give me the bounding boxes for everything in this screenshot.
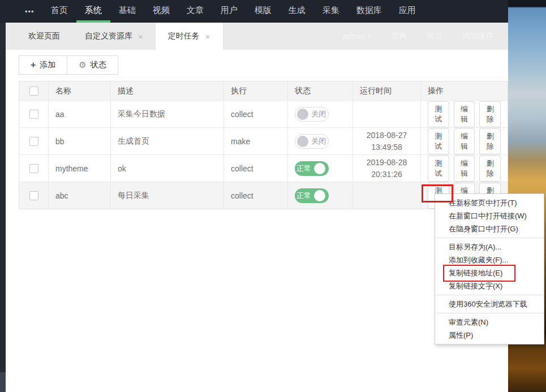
col-name: 名称 [49, 81, 111, 100]
task-runtime: 2018-08-27 13:49:58 [353, 128, 421, 154]
status-toggle[interactable]: 关闭 [295, 134, 329, 149]
nav-item-home[interactable]: 首页 [42, 0, 76, 23]
more-icon[interactable]: ••• [0, 0, 42, 23]
status-toggle[interactable]: 关闭 [295, 107, 329, 122]
select-all-checkbox[interactable] [29, 87, 38, 96]
context-menu-item-open-new-window[interactable]: 在新窗口中打开链接(W) [435, 209, 544, 222]
nav-item-database[interactable]: 数据库 [348, 0, 390, 23]
test-button[interactable]: 测试 [428, 128, 449, 154]
gear-icon: ⚙ [79, 60, 86, 70]
top-navbar: ••• 首页 系统 基础 视频 文章 用户 模版 生成 采集 数据库 应用 [0, 0, 508, 23]
nav-item-system[interactable]: 系统 [76, 0, 110, 23]
context-menu: 在新标签页中打开(T) 在新窗口中打开链接(W) 在隐身窗口中打开(G) 目标另… [435, 193, 544, 344]
toggle-knob [297, 136, 308, 147]
link-frontend[interactable]: 前台 [427, 31, 442, 41]
runtime-time: 13:49:58 [371, 141, 402, 153]
context-menu-item-save-target-as[interactable]: 目标另存为(A)... [435, 240, 544, 253]
add-button[interactable]: + 添加 [19, 55, 67, 75]
col-runtime: 运行时间 [353, 81, 421, 100]
task-desc: 采集今日数据 [111, 101, 224, 127]
tab-label: 自定义资源库 [85, 31, 132, 41]
task-desc: ok [111, 155, 224, 182]
nav-item-user[interactable]: 用户 [212, 0, 246, 23]
nav-item-article[interactable]: 文章 [178, 0, 212, 23]
task-exec: collect [224, 101, 288, 127]
nav-item-collect[interactable]: 采集 [314, 0, 348, 23]
nav-items: 首页 系统 基础 视频 文章 用户 模版 生成 采集 数据库 应用 [42, 0, 424, 23]
user-bar: admin ▼ 官网 前台 清除缓存 [343, 23, 493, 50]
row-checkbox[interactable] [29, 110, 38, 119]
add-button-label: 添加 [40, 60, 55, 70]
context-menu-item-copy-link-text[interactable]: 复制链接文字(X) [435, 279, 544, 292]
context-menu-item-inspect[interactable]: 审查元素(N) [435, 316, 544, 329]
task-runtime [353, 101, 421, 127]
toggle-knob [297, 109, 308, 120]
context-menu-item-open-new-tab[interactable]: 在新标签页中打开(T) [435, 196, 544, 209]
link-clear-cache[interactable]: 清除缓存 [462, 31, 493, 41]
nav-item-template[interactable]: 模版 [246, 0, 280, 23]
nav-item-generate[interactable]: 生成 [280, 0, 314, 23]
link-site[interactable]: 官网 [392, 31, 407, 41]
delete-button[interactable]: 删除 [479, 156, 501, 182]
toggle-label: 正常 [296, 191, 311, 201]
edit-button[interactable]: 编辑 [454, 156, 475, 182]
collapsed-sidebar-footer [0, 372, 6, 392]
task-exec: collect [224, 155, 288, 182]
nav-item-basic[interactable]: 基础 [110, 0, 144, 23]
table-row: bb 生成首页 make 关闭 2018-08-27 13:49:58 测试 编… [19, 128, 508, 155]
screen: ••• 首页 系统 基础 视频 文章 用户 模版 生成 采集 数据库 应用 欢迎… [0, 0, 546, 392]
tab-welcome[interactable]: 欢迎页面 [16, 23, 72, 50]
context-menu-item-open-incognito[interactable]: 在隐身窗口中打开(G) [435, 222, 544, 235]
chevron-down-icon: ▼ [367, 33, 372, 39]
task-exec: make [224, 128, 288, 154]
table-row: mytheme ok collect 正常 2019-08-28 20:31:2… [19, 155, 508, 182]
context-menu-item-copy-link-address[interactable]: 复制链接地址(E) [435, 266, 544, 279]
edit-button[interactable]: 编辑 [454, 128, 475, 154]
close-icon[interactable]: × [138, 32, 143, 41]
context-menu-item-download-360[interactable]: 使用360安全浏览器下载 [435, 298, 544, 311]
task-name: aa [49, 101, 111, 127]
tab-custom-resource[interactable]: 自定义资源库 × [72, 23, 156, 50]
status-button[interactable]: ⚙ 状态 [67, 55, 118, 75]
row-checkbox[interactable] [29, 191, 38, 200]
col-actions: 操作 [421, 81, 508, 100]
plus-icon: + [31, 60, 36, 70]
delete-button[interactable]: 删除 [479, 101, 501, 127]
runtime-date: 2019-08-28 [367, 157, 407, 169]
task-name: mytheme [49, 155, 111, 182]
table-header-row: 名称 描述 执行 状态 运行时间 操作 [19, 81, 508, 101]
test-button[interactable]: 测试 [428, 156, 449, 182]
tab-label: 定时任务 [168, 31, 200, 41]
status-toggle[interactable]: 正常 [295, 161, 329, 176]
close-icon[interactable]: × [205, 32, 210, 41]
toggle-label: 关闭 [311, 136, 326, 147]
user-menu[interactable]: admin ▼ [343, 32, 372, 41]
edit-button[interactable]: 编辑 [454, 101, 475, 127]
context-menu-item-properties[interactable]: 属性(P) [435, 329, 544, 342]
status-toggle[interactable]: 正常 [295, 188, 329, 203]
collapsed-sidebar [0, 23, 6, 392]
toggle-label: 关闭 [311, 109, 326, 119]
toolbar: + 添加 ⚙ 状态 [19, 55, 118, 75]
col-status: 状态 [288, 81, 353, 100]
task-runtime [353, 182, 421, 209]
main-content: + 添加 ⚙ 状态 名称 描述 执行 状态 运行时间 操作 aa 采集今日数据 [6, 50, 508, 392]
nav-item-video[interactable]: 视频 [144, 0, 178, 23]
status-button-label: 状态 [91, 60, 106, 70]
col-desc: 描述 [111, 81, 224, 100]
tab-bar: 欢迎页面 自定义资源库 × 定时任务 × admin ▼ 官网 前台 清除缓存 [6, 23, 508, 50]
delete-button[interactable]: 删除 [479, 128, 501, 154]
task-exec: collect [224, 182, 288, 209]
test-button[interactable]: 测试 [428, 101, 449, 127]
task-name: abc [49, 182, 111, 209]
task-desc: 生成首页 [111, 128, 224, 154]
table-row: aa 采集今日数据 collect 关闭 测试 编辑 删除 [19, 101, 508, 128]
row-checkbox[interactable] [29, 137, 38, 146]
task-desc: 每日采集 [111, 182, 224, 209]
toggle-knob [314, 190, 325, 201]
row-checkbox[interactable] [29, 164, 38, 173]
context-menu-item-add-favorites[interactable]: 添加到收藏夹(F)... [435, 253, 544, 266]
tab-scheduled-tasks[interactable]: 定时任务 × [156, 23, 223, 50]
runtime-time: 20:31:26 [371, 169, 402, 180]
nav-item-app[interactable]: 应用 [390, 0, 424, 23]
